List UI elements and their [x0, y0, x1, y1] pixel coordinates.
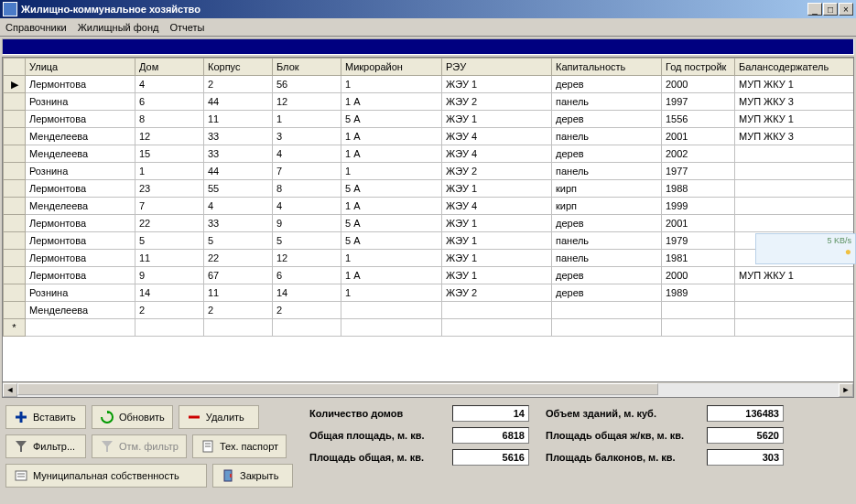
cell-micro[interactable]: 1: [341, 250, 442, 267]
scroll-thumb[interactable]: [17, 383, 658, 395]
cell-house[interactable]: 4: [135, 76, 204, 93]
cell-year[interactable]: 1997: [662, 93, 735, 111]
table-row[interactable]: Менделеева7441 АЖЭУ 4кирп1999: [4, 198, 854, 215]
cell-street[interactable]: Лермонтова: [26, 180, 135, 198]
cell-street[interactable]: Лермонтова: [26, 215, 135, 232]
row-marker[interactable]: [4, 128, 26, 145]
cell-reu[interactable]: [442, 302, 552, 319]
cell-kap[interactable]: [552, 302, 662, 319]
cell-house[interactable]: 23: [135, 180, 204, 198]
cell-year[interactable]: 1979: [662, 232, 735, 250]
cell-year[interactable]: 1977: [662, 163, 735, 180]
cell-kap[interactable]: панель: [552, 250, 662, 267]
cell-house[interactable]: 15: [135, 145, 204, 163]
cell-korpus[interactable]: 11: [204, 111, 273, 128]
cell-korpus[interactable]: 2: [204, 302, 273, 319]
cell-house[interactable]: 1: [135, 163, 204, 180]
cell-micro[interactable]: 5 А: [341, 180, 442, 198]
menu-housing-fund[interactable]: Жилищный фонд: [78, 22, 159, 33]
cell-micro[interactable]: 5 А: [341, 215, 442, 232]
close-button[interactable]: Закрыть: [212, 464, 293, 488]
cell-house[interactable]: 11: [135, 250, 204, 267]
cell-reu[interactable]: ЖЭУ 4: [442, 198, 552, 215]
cell-house[interactable]: 22: [135, 215, 204, 232]
cell-year[interactable]: 1556: [662, 111, 735, 128]
cell-street[interactable]: Рознина: [26, 93, 135, 111]
table-row[interactable]: Лермонтова96761 АЖЭУ 1дерев2000МУП ЖКУ 1: [4, 267, 854, 284]
cell-bal[interactable]: МУП ЖКУ 3: [735, 128, 854, 145]
row-marker[interactable]: [4, 215, 26, 232]
cell-kap[interactable]: панель: [552, 93, 662, 111]
cell-block[interactable]: 5: [273, 232, 341, 250]
cell-micro[interactable]: [341, 319, 442, 337]
horizontal-scrollbar[interactable]: ◄ ►: [2, 382, 854, 398]
scroll-right-icon[interactable]: ►: [839, 383, 853, 397]
cell-kap[interactable]: панель: [552, 163, 662, 180]
cell-micro[interactable]: 1 А: [341, 198, 442, 215]
table-row[interactable]: ▶Лермонтова42561ЖЭУ 1дерев2000МУП ЖКУ 1: [4, 76, 854, 93]
cell-house[interactable]: 6: [135, 93, 204, 111]
cell-bal[interactable]: [735, 180, 854, 198]
cell-bal[interactable]: [735, 302, 854, 319]
cell-micro[interactable]: 1: [341, 76, 442, 93]
cell-korpus[interactable]: 22: [204, 250, 273, 267]
cell-year[interactable]: 1988: [662, 180, 735, 198]
table-row[interactable]: *: [4, 319, 854, 337]
cell-bal[interactable]: [735, 163, 854, 180]
table-row[interactable]: Менделеева222: [4, 302, 854, 319]
cell-micro[interactable]: [341, 302, 442, 319]
cell-korpus[interactable]: 4: [204, 198, 273, 215]
cell-kap[interactable]: дерев: [552, 215, 662, 232]
cell-street[interactable]: Менделеева: [26, 302, 135, 319]
insert-button[interactable]: Вставить: [5, 405, 86, 429]
cell-house[interactable]: 12: [135, 128, 204, 145]
cell-bal[interactable]: [735, 319, 854, 337]
cell-reu[interactable]: ЖЭУ 4: [442, 128, 552, 145]
cell-street[interactable]: Менделеева: [26, 128, 135, 145]
cell-reu[interactable]: ЖЭУ 2: [442, 163, 552, 180]
table-row[interactable]: Лермонтова223395 АЖЭУ 1дерев2001: [4, 215, 854, 232]
cell-street[interactable]: Менделеева: [26, 145, 135, 163]
row-marker[interactable]: [4, 180, 26, 198]
cell-bal[interactable]: [735, 284, 854, 302]
menu-directories[interactable]: Справочники: [5, 22, 67, 33]
cell-micro[interactable]: 1: [341, 163, 442, 180]
cell-block[interactable]: 14: [273, 284, 341, 302]
cell-kap[interactable]: дерев: [552, 111, 662, 128]
maximize-button[interactable]: □: [823, 3, 838, 16]
cell-reu[interactable]: ЖЭУ 1: [442, 111, 552, 128]
cell-korpus[interactable]: 55: [204, 180, 273, 198]
cell-street[interactable]: Лермонтова: [26, 76, 135, 93]
table-row[interactable]: Лермонтова81115 АЖЭУ 1дерев1556МУП ЖКУ 1: [4, 111, 854, 128]
cell-house[interactable]: 14: [135, 284, 204, 302]
cell-micro[interactable]: 1 А: [341, 93, 442, 111]
cell-year[interactable]: 2001: [662, 128, 735, 145]
row-marker[interactable]: [4, 250, 26, 267]
cell-street[interactable]: [26, 319, 135, 337]
filter-button[interactable]: Фильтр...: [5, 434, 86, 458]
cell-year[interactable]: 2001: [662, 215, 735, 232]
col-capital[interactable]: Капитальность: [552, 59, 662, 76]
cell-reu[interactable]: ЖЭУ 1: [442, 215, 552, 232]
row-marker[interactable]: [4, 284, 26, 302]
row-marker[interactable]: [4, 232, 26, 250]
row-marker[interactable]: [4, 145, 26, 163]
cancel-filter-button[interactable]: Отм. фильтр: [92, 434, 187, 458]
delete-button[interactable]: Удалить: [179, 405, 259, 429]
cell-micro[interactable]: 5 А: [341, 111, 442, 128]
cell-house[interactable]: 7: [135, 198, 204, 215]
row-marker[interactable]: [4, 302, 26, 319]
cell-year[interactable]: 2000: [662, 76, 735, 93]
table-row[interactable]: Лермонтова5555 АЖЭУ 1панель1979: [4, 232, 854, 250]
cell-block[interactable]: 8: [273, 180, 341, 198]
cell-korpus[interactable]: 44: [204, 93, 273, 111]
cell-street[interactable]: Рознина: [26, 284, 135, 302]
cell-kap[interactable]: дерев: [552, 145, 662, 163]
table-row[interactable]: Рознина644121 АЖЭУ 2панель1997МУП ЖКУ 3: [4, 93, 854, 111]
cell-korpus[interactable]: 2: [204, 76, 273, 93]
col-microdistrict[interactable]: Микрорайон: [341, 59, 442, 76]
cell-year[interactable]: 1999: [662, 198, 735, 215]
cell-house[interactable]: 9: [135, 267, 204, 284]
cell-year[interactable]: [662, 319, 735, 337]
table-row[interactable]: Менделеева123331 АЖЭУ 4панель2001МУП ЖКУ…: [4, 128, 854, 145]
